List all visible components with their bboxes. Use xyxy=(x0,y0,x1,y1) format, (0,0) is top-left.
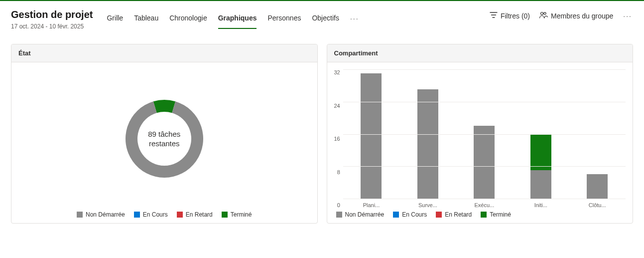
legend-swatch xyxy=(134,212,140,218)
y-tick-label: 32 xyxy=(334,69,340,75)
legend-item[interactable]: Terminé xyxy=(222,211,252,218)
group-members-label: Membres du groupe xyxy=(551,12,613,20)
filters-label: Filtres (0) xyxy=(501,12,530,20)
x-tick-label: Surve... xyxy=(417,202,438,208)
bar-segment[interactable] xyxy=(587,174,608,199)
status-card-title: État xyxy=(11,44,317,62)
legend-label: En Retard xyxy=(445,211,472,218)
tab-objectifs[interactable]: Objectifs xyxy=(312,11,339,29)
bar-x-axis: Plani...Surve...Exécu...Initi...Clôtu... xyxy=(343,199,626,208)
filters-button[interactable]: Filtres (0) xyxy=(490,11,530,20)
tab-chronologie[interactable]: Chronologie xyxy=(169,11,207,29)
legend-label: Non Démarrée xyxy=(86,211,125,218)
tab-grille[interactable]: Grille xyxy=(107,11,123,29)
bar-segment[interactable] xyxy=(530,134,551,171)
svg-point-1 xyxy=(544,12,546,14)
legend-label: En Cours xyxy=(402,211,427,218)
legend-swatch xyxy=(393,212,399,218)
tab-graphiques[interactable]: Graphiques xyxy=(218,11,257,29)
legend-swatch xyxy=(481,212,487,218)
bucket-bar-chart: 32241680 Plani...Surve...Exécu...Initi..… xyxy=(334,69,626,208)
filter-icon xyxy=(490,11,498,20)
svg-point-0 xyxy=(541,12,543,15)
gridline xyxy=(343,69,626,70)
legend-swatch xyxy=(336,212,342,218)
tab-personnes[interactable]: Personnes xyxy=(267,11,301,29)
bar-segment[interactable] xyxy=(530,170,551,199)
bucket-card: Compartiment 32241680 Plani...Surve...Ex… xyxy=(327,44,634,224)
gridline xyxy=(343,199,626,199)
y-tick-label: 0 xyxy=(334,202,340,208)
header-overflow-button[interactable]: ··· xyxy=(622,12,633,20)
donut-center-line2: restantes xyxy=(148,139,180,149)
legend-label: Non Démarrée xyxy=(345,211,385,218)
legend-item[interactable]: En Retard xyxy=(436,211,472,218)
page-title: Gestion de projet xyxy=(11,8,93,21)
bar-y-axis: 32241680 xyxy=(334,69,343,208)
tabs-overflow-button[interactable]: ··· xyxy=(350,11,359,28)
legend-item[interactable]: Non Démarrée xyxy=(77,211,125,218)
x-tick-label: Plani... xyxy=(361,202,382,208)
x-tick-label: Initi... xyxy=(530,202,551,208)
x-tick-label: Clôtu... xyxy=(587,202,608,208)
bucket-card-title: Compartiment xyxy=(327,44,633,62)
y-tick-label: 8 xyxy=(334,169,340,175)
date-range: 17 oct. 2024 - 10 févr. 2025 xyxy=(11,23,93,30)
legend-label: Terminé xyxy=(231,211,252,218)
bar-segment[interactable] xyxy=(417,89,438,199)
legend-item[interactable]: En Retard xyxy=(177,211,213,218)
header-actions: Filtres (0) Membres du groupe ··· xyxy=(490,8,633,20)
donut-center-line1: 89 tâches xyxy=(148,129,180,139)
legend-swatch xyxy=(177,212,183,218)
x-tick-label: Exécu... xyxy=(474,202,495,208)
legend-item[interactable]: Terminé xyxy=(481,211,511,218)
legend-label: Terminé xyxy=(490,211,511,218)
legend-swatch xyxy=(222,212,228,218)
people-icon xyxy=(539,11,548,20)
legend-item[interactable]: En Cours xyxy=(393,211,427,218)
donut-center-text: 89 tâches restantes xyxy=(148,129,180,149)
legend-label: En Cours xyxy=(143,211,168,218)
status-donut-chart: 89 tâches restantes xyxy=(18,69,310,208)
gridline xyxy=(343,166,626,167)
y-tick-label: 16 xyxy=(334,136,340,142)
tab-tableau[interactable]: Tableau xyxy=(134,11,158,29)
legend-label: En Retard xyxy=(186,211,213,218)
y-tick-label: 24 xyxy=(334,103,340,109)
bar-segment[interactable] xyxy=(361,73,382,199)
legend-item[interactable]: Non Démarrée xyxy=(336,211,385,218)
bar-plot-area xyxy=(343,69,626,199)
gridline xyxy=(343,134,626,135)
status-legend: Non DémarréeEn CoursEn RetardTerminé xyxy=(18,208,310,218)
legend-swatch xyxy=(77,212,83,218)
bar-segment[interactable] xyxy=(474,126,495,199)
legend-item[interactable]: En Cours xyxy=(134,211,168,218)
status-card: État 89 tâches restantes Non DémarréeEn … xyxy=(11,44,318,224)
group-members-button[interactable]: Membres du groupe xyxy=(539,11,613,20)
gridline xyxy=(343,102,626,102)
legend-swatch xyxy=(436,212,442,218)
donut-slice[interactable] xyxy=(153,100,175,113)
tab-bar: GrilleTableauChronologieGraphiquesPerson… xyxy=(107,8,359,29)
bucket-legend: Non DémarréeEn CoursEn RetardTerminé xyxy=(334,208,626,218)
